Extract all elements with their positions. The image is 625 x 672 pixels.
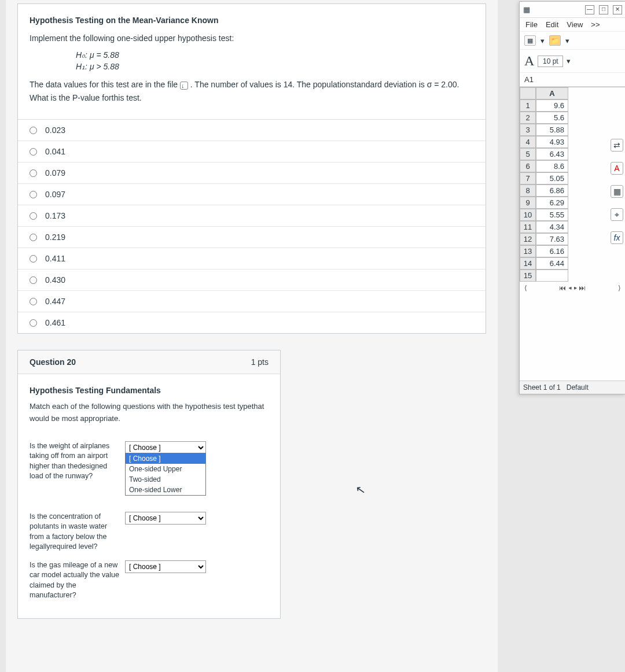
side-icon-bar: ⇄ A ▦ ⌖ fx	[608, 139, 625, 244]
menu-edit[interactable]: Edit	[546, 20, 558, 29]
dropdown-option[interactable]: [ Choose ]	[126, 453, 205, 464]
row-header[interactable]: 5	[520, 148, 536, 160]
font-color-icon[interactable]: A	[611, 162, 623, 175]
corner-header[interactable]	[520, 87, 536, 99]
row-header[interactable]: 3	[520, 124, 536, 136]
match-question: Is the weight of airplanes taking off fr…	[30, 441, 125, 482]
answer-radio[interactable]	[30, 148, 37, 156]
match-question: Is the concentration of polutants in was…	[30, 512, 125, 552]
answer-row[interactable]: 0.411	[18, 248, 486, 269]
status-style: Default	[567, 383, 589, 392]
answer-row[interactable]: 0.041	[18, 141, 486, 163]
row-header[interactable]: 13	[520, 245, 536, 257]
cell[interactable]: 6.43	[536, 148, 568, 160]
row-header[interactable]: 9	[520, 197, 536, 209]
cell[interactable]: 8.6	[536, 160, 568, 172]
answer-row[interactable]: 0.023	[18, 120, 486, 141]
function-fx-icon[interactable]: fx	[611, 231, 623, 244]
answer-row[interactable]: 0.079	[18, 163, 486, 184]
q20-points: 1 pts	[251, 357, 269, 367]
answer-row[interactable]: 0.219	[18, 227, 486, 248]
answer-radio[interactable]	[30, 127, 37, 134]
answer-row[interactable]: 0.173	[18, 205, 486, 227]
dropdown-option[interactable]: One-sided Lower	[126, 485, 205, 495]
answer-radio[interactable]	[30, 298, 37, 305]
status-bar: Sheet 1 of 1 Default	[520, 381, 625, 394]
row-header[interactable]: 14	[520, 257, 536, 269]
answer-row[interactable]: 0.430	[18, 269, 486, 291]
cell[interactable]: 6.86	[536, 184, 568, 197]
cell[interactable]: 6.44	[536, 257, 568, 269]
answer-radio[interactable]	[30, 234, 37, 241]
dropdown-option[interactable]: Two-sided	[126, 474, 205, 485]
row-header[interactable]: 7	[520, 172, 536, 184]
target-icon[interactable]: ⌖	[611, 208, 623, 221]
insert-image-icon[interactable]: ▦	[611, 185, 623, 198]
folder-open-icon[interactable]: 📁	[549, 35, 561, 46]
cell[interactable]	[536, 269, 568, 282]
answer-row[interactable]: 0.097	[18, 184, 486, 205]
column-header-A[interactable]: A	[536, 87, 568, 99]
font-size-dropdown-icon[interactable]: ▾	[567, 57, 571, 65]
answer-label: 0.023	[45, 125, 65, 135]
font-size-input[interactable]: 10 pt	[538, 56, 563, 67]
match-select-3[interactable]: [ Choose ]	[125, 560, 206, 573]
cell[interactable]: 6.29	[536, 197, 568, 209]
scroll-left-icon[interactable]: ⟨	[524, 284, 527, 292]
cell[interactable]: 5.88	[536, 124, 568, 136]
answer-radio[interactable]	[30, 255, 37, 263]
q19-h0: H₀: μ = 5.88	[76, 50, 474, 60]
app-icon: ▦	[523, 5, 530, 14]
answer-row[interactable]: 0.447	[18, 291, 486, 312]
chevron-down-icon[interactable]: ▾	[541, 36, 545, 45]
answer-radio[interactable]	[30, 191, 37, 198]
window-titlebar[interactable]: ▦	[520, 2, 625, 18]
match-question: Is the gas mileage of a new car model ac…	[30, 560, 125, 601]
q19-title: Hypothesis Testing on the Mean-Variance …	[30, 16, 474, 25]
row-header[interactable]: 15	[520, 269, 536, 282]
menu-file[interactable]: File	[525, 20, 538, 29]
answer-label: 0.041	[45, 147, 65, 156]
menu-view[interactable]: View	[567, 20, 583, 29]
chevron-down-icon[interactable]: ▾	[565, 36, 569, 45]
row-header[interactable]: 2	[520, 112, 536, 124]
cell-reference-box[interactable]: A1	[520, 73, 625, 87]
cell[interactable]: 5.55	[536, 209, 568, 221]
minimize-icon[interactable]	[585, 5, 594, 14]
menu-more[interactable]: >>	[591, 20, 600, 29]
q20-prompt: Match each of the following questions wi…	[30, 401, 269, 425]
answer-radio[interactable]	[30, 169, 37, 177]
cell[interactable]: 6.16	[536, 245, 568, 257]
close-icon[interactable]	[613, 5, 622, 14]
q20-subtitle: Hypothesis Testing Fundamentals	[30, 386, 269, 395]
cell[interactable]: 5.6	[536, 112, 568, 124]
answer-radio[interactable]	[30, 212, 37, 220]
row-header[interactable]: 1	[520, 99, 536, 112]
q19-hypotheses: H₀: μ = 5.88 H₁: μ > 5.88	[76, 50, 474, 71]
nav-first-icon[interactable]: ⏮ ◀ ▶ ⏭	[559, 284, 586, 292]
font-name-indicator[interactable]: A	[524, 53, 534, 69]
cell[interactable]: 4.93	[536, 136, 568, 148]
answer-radio[interactable]	[30, 276, 37, 284]
row-header[interactable]: 11	[520, 221, 536, 233]
cell[interactable]: 5.05	[536, 172, 568, 184]
cell[interactable]: 7.63	[536, 233, 568, 245]
match-select-2[interactable]: [ Choose ]	[125, 512, 206, 525]
match-select-1[interactable]: [ Choose ]	[125, 441, 206, 454]
download-file-icon[interactable]	[180, 82, 188, 90]
answer-radio[interactable]	[30, 319, 37, 327]
scroll-right-icon[interactable]: ⟩	[618, 284, 621, 292]
answer-row[interactable]: 0.461	[18, 312, 486, 333]
row-header[interactable]: 8	[520, 184, 536, 197]
answer-label: 0.461	[45, 318, 65, 327]
cell[interactable]: 4.34	[536, 221, 568, 233]
row-header[interactable]: 12	[520, 233, 536, 245]
maximize-icon[interactable]	[599, 5, 608, 14]
row-header[interactable]: 4	[520, 136, 536, 148]
row-header[interactable]: 10	[520, 209, 536, 221]
swap-arrows-icon[interactable]: ⇄	[611, 139, 623, 152]
row-header[interactable]: 6	[520, 160, 536, 172]
table-icon[interactable]: ▦	[524, 35, 536, 46]
cell[interactable]: 9.6	[536, 99, 568, 112]
dropdown-option[interactable]: One-sided Upper	[126, 464, 205, 474]
